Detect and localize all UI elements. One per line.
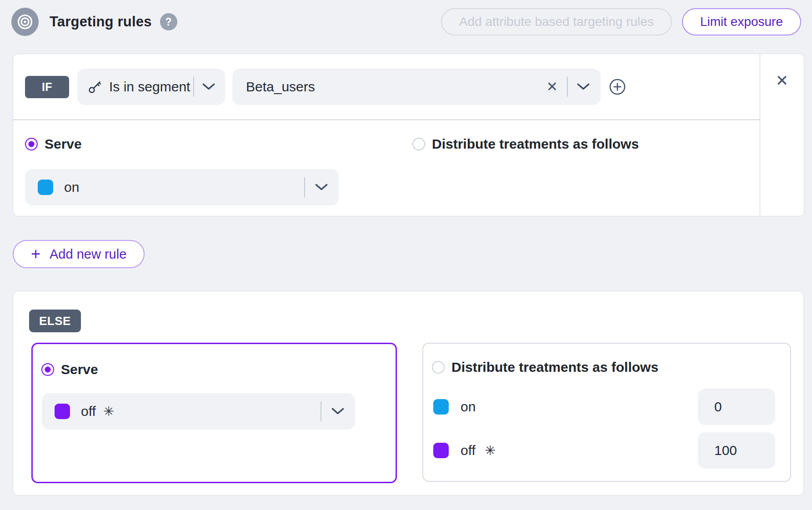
else-badge: ELSE <box>29 310 81 332</box>
plus-icon: + <box>31 246 40 262</box>
rule-condition-row: IF Is in segment Beta_users ✕ <box>13 54 760 120</box>
else-distribute-radio-option[interactable]: Distribute treatments as follows <box>432 360 775 375</box>
matcher-select[interactable]: Is in segment <box>77 69 225 105</box>
serve-radio[interactable] <box>25 138 38 150</box>
rule-card-rail: ✕ <box>760 54 804 216</box>
else-treatment-select[interactable]: off ✳ <box>42 393 355 430</box>
treatment-row: on <box>432 389 775 425</box>
add-new-rule-label: Add new rule <box>50 247 126 262</box>
chevron-down-icon <box>577 83 590 90</box>
page-title: Targeting rules <box>50 14 152 30</box>
else-distribute-label: Distribute treatments as follows <box>451 360 658 375</box>
else-treatment-select-value: off <box>81 404 96 419</box>
else-serve-box: Serve off ✳ <box>31 343 397 483</box>
targeting-rule-card: IF Is in segment Beta_users ✕ <box>13 54 804 216</box>
clear-segment-icon[interactable]: ✕ <box>546 80 558 94</box>
chevron-down-icon <box>315 184 328 191</box>
treatment-percent-input[interactable] <box>698 389 775 425</box>
treatment-name: off <box>461 443 476 458</box>
treatment-color-swatch <box>433 399 449 415</box>
add-attribute-rules-button[interactable]: Add attribute based targeting rules <box>441 8 672 35</box>
treatment-name: on <box>461 399 476 415</box>
default-treatment-icon: ✳ <box>485 443 496 458</box>
chevron-down-icon <box>202 83 215 90</box>
matcher-select-label: Is in segment <box>109 79 190 95</box>
else-serve-radio[interactable] <box>41 363 54 376</box>
distribute-radio[interactable] <box>412 138 425 150</box>
if-badge: IF <box>25 76 69 98</box>
treatment-color-swatch <box>433 443 449 458</box>
else-rule-card: ELSE Serve off ✳ Distribute treatments a… <box>13 291 804 495</box>
key-icon <box>87 79 103 95</box>
serve-radio-option[interactable]: Serve <box>25 136 399 152</box>
rule-serve-section: Serve on Distribute treatments as follow… <box>13 120 760 205</box>
treatment-select-value: on <box>64 180 79 195</box>
treatment-color-swatch <box>55 404 70 419</box>
delete-rule-icon[interactable]: ✕ <box>772 70 792 90</box>
treatment-color-swatch <box>38 180 53 195</box>
limit-exposure-button[interactable]: Limit exposure <box>682 8 801 35</box>
segment-select[interactable]: Beta_users ✕ <box>232 69 601 105</box>
treatment-select[interactable]: on <box>25 169 339 205</box>
chevron-down-icon <box>331 408 344 415</box>
distribute-label: Distribute treatments as follows <box>432 136 639 152</box>
targeting-rules-header: Targeting rules ? Add attribute based ta… <box>11 6 801 37</box>
add-new-rule-button[interactable]: + Add new rule <box>13 240 145 268</box>
help-icon[interactable]: ? <box>160 13 177 30</box>
else-serve-label: Serve <box>61 362 98 377</box>
serve-label: Serve <box>45 136 82 152</box>
distribute-radio-option[interactable]: Distribute treatments as follows <box>412 136 639 152</box>
segment-select-value: Beta_users <box>246 79 315 95</box>
else-serve-radio-option[interactable]: Serve <box>41 362 386 377</box>
default-treatment-icon: ✳ <box>103 404 114 419</box>
treatment-percent-input[interactable] <box>698 432 775 469</box>
add-condition-icon[interactable] <box>608 77 627 96</box>
treatment-row: off ✳ <box>432 432 775 469</box>
else-distribute-radio[interactable] <box>432 361 445 374</box>
targeting-rules-icon <box>11 8 39 36</box>
else-distribute-box: Distribute treatments as follows on off … <box>422 343 791 482</box>
